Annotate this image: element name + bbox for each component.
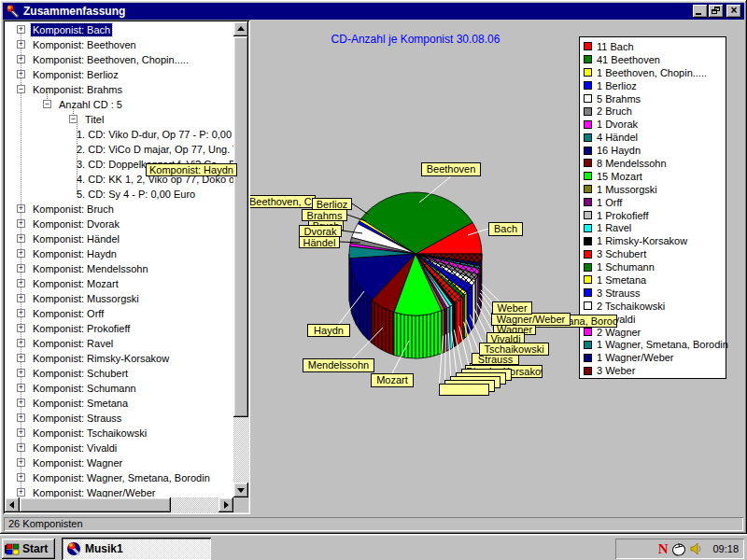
n-icon[interactable]: N xyxy=(658,541,669,557)
tree-item-label[interactable]: Komponist: Strauss xyxy=(31,412,123,425)
tree-item-label[interactable]: Komponist: Schubert xyxy=(31,367,130,380)
collapse-icon[interactable]: − xyxy=(17,85,25,93)
pie-callout-label-stacked[interactable] xyxy=(439,384,489,396)
scroll-down-button[interactable] xyxy=(233,483,248,497)
expand-icon[interactable]: + xyxy=(17,488,25,497)
tree-item-label[interactable]: Komponist: Berlioz xyxy=(31,68,120,81)
expand-icon[interactable]: + xyxy=(17,413,25,422)
tree-item[interactable]: +Komponist: Händel xyxy=(5,232,233,245)
tree-item[interactable]: +Komponist: Prokofieff xyxy=(5,322,233,335)
expand-icon[interactable]: + xyxy=(17,249,25,258)
tree-item[interactable]: +Komponist: Bach xyxy=(5,23,233,36)
tree-item[interactable]: +Komponist: Mussorgski xyxy=(5,292,233,305)
tree-item-label[interactable]: Titel xyxy=(83,113,106,126)
tree-item-label[interactable]: Komponist: Brahms xyxy=(31,83,124,96)
scrollbar-thumb[interactable] xyxy=(20,497,171,512)
pie-callout-label[interactable]: Beethoven, Chopin xyxy=(250,195,316,208)
tree-item[interactable]: +Komponist: Beethoven, Chopin..... xyxy=(5,53,233,66)
pie-callout-label[interactable]: Weber xyxy=(492,301,532,315)
start-button[interactable]: Start xyxy=(2,539,55,559)
close-button[interactable]: × xyxy=(726,5,741,18)
expand-icon[interactable]: + xyxy=(17,219,25,228)
collapse-icon[interactable]: − xyxy=(69,115,78,123)
tree-item[interactable]: 5. CD: Sy 4 - P: 0,00 Euro xyxy=(5,188,233,201)
tree-item[interactable]: +Komponist: Schubert xyxy=(5,367,233,380)
expand-icon[interactable]: + xyxy=(17,294,25,302)
tree-item[interactable]: +Komponist: Berlioz xyxy=(5,68,233,81)
taskbar-app-button[interactable]: Musik1 xyxy=(62,538,211,560)
tree-item-label[interactable]: Anzahl CD : 5 xyxy=(57,98,124,111)
tree-item-label[interactable]: Komponist: Beethoven, Chopin..... xyxy=(31,53,190,66)
expand-icon[interactable]: + xyxy=(17,70,25,78)
tree-item-label[interactable]: 1. CD: Viko D-dur, Op 77 - P: 0,00 E xyxy=(75,128,244,141)
scroll-up-button[interactable] xyxy=(233,21,248,36)
tree-item[interactable]: +Komponist: Vivaldi xyxy=(5,441,233,455)
tree-item-label[interactable]: Komponist: Prokofieff xyxy=(31,322,132,335)
pie-callout-label[interactable]: Mozart xyxy=(371,373,414,387)
tree-item-label[interactable]: Komponist: Rimsky-Korsakow xyxy=(31,352,171,365)
expand-icon[interactable]: + xyxy=(17,25,25,34)
expand-icon[interactable]: + xyxy=(17,40,25,49)
tree-item[interactable]: +Komponist: Mozart xyxy=(5,277,233,290)
pie-callout-label[interactable]: Brahms xyxy=(302,209,347,221)
tree-item-label[interactable]: Komponist: Wagner, Smetana, Borodin xyxy=(31,471,212,484)
tree-item[interactable]: +Komponist: Schumann xyxy=(5,382,233,395)
expand-icon[interactable]: + xyxy=(17,55,25,63)
expand-icon[interactable]: + xyxy=(17,458,25,467)
expand-icon[interactable]: + xyxy=(17,339,25,347)
tree-item-label[interactable]: 5. CD: Sy 4 - P: 0,00 Euro xyxy=(75,188,197,201)
expand-icon[interactable]: + xyxy=(17,443,25,452)
tree-item-label[interactable]: Komponist: Schumann xyxy=(31,382,138,395)
scroll-right-button[interactable] xyxy=(218,497,233,512)
expand-icon[interactable]: + xyxy=(17,384,25,392)
pie-callout-label[interactable]: Bach xyxy=(488,222,523,236)
tree-item[interactable]: +Komponist: Ravel xyxy=(5,337,233,350)
expand-icon[interactable]: + xyxy=(17,399,25,407)
speaker-icon[interactable] xyxy=(690,542,703,555)
expand-icon[interactable]: + xyxy=(17,204,25,213)
tree-item[interactable]: +Komponist: Orff xyxy=(5,307,233,320)
expand-icon[interactable]: + xyxy=(17,234,25,243)
scroll-left-button[interactable] xyxy=(5,497,20,512)
vertical-scrollbar[interactable] xyxy=(233,21,248,497)
tree-item-label[interactable]: Komponist: Bruch xyxy=(31,203,116,216)
tree-item-label[interactable]: Komponist: Dvorak xyxy=(31,217,121,231)
expand-icon[interactable]: + xyxy=(17,264,25,273)
expand-icon[interactable]: + xyxy=(17,279,25,287)
pie-callout-label[interactable]: Mendelssohn xyxy=(303,358,374,372)
tree-item[interactable]: +Komponist: Mendelssohn xyxy=(5,262,233,275)
tree-item[interactable]: +Komponist: Beethoven xyxy=(5,38,233,51)
tree-item-label[interactable]: Komponist: Bach xyxy=(31,23,112,36)
tree-item-label[interactable]: Komponist: Händel xyxy=(31,232,121,245)
tree-item[interactable]: 1. CD: Viko D-dur, Op 77 - P: 0,00 E xyxy=(5,128,233,141)
scrollbar-thumb[interactable] xyxy=(233,36,248,417)
tree-item[interactable]: +Komponist: Rimsky-Korsakow xyxy=(5,352,233,365)
pie-callout-label[interactable]: Haydn xyxy=(307,324,350,337)
tree-item-label[interactable]: Komponist: Mozart xyxy=(31,277,120,290)
tree-item[interactable]: −Komponist: Brahms xyxy=(5,83,233,96)
tree-item-label[interactable]: Komponist: Mussorgski xyxy=(31,292,141,305)
tree-item[interactable]: +Komponist: Wagner xyxy=(5,456,233,469)
tree-item-label[interactable]: Komponist: Tschaikowski xyxy=(31,427,148,440)
tree-item-label[interactable]: Komponist: Orff xyxy=(31,307,106,320)
tree-item-label[interactable]: Komponist: Mendelssohn xyxy=(31,262,150,275)
expand-icon[interactable]: + xyxy=(17,354,25,362)
pie-callout-label[interactable]: Händel xyxy=(299,236,340,248)
tree-item-label[interactable]: Komponist: Beethoven xyxy=(31,38,138,51)
tree-item-label[interactable]: Komponist: Smetana xyxy=(31,397,130,410)
tree-item[interactable]: +Komponist: Wagner, Smetana, Borodin xyxy=(5,471,233,484)
restore-button[interactable] xyxy=(709,5,724,18)
tree-item[interactable]: +Komponist: Smetana xyxy=(5,397,233,410)
horizontal-scrollbar[interactable] xyxy=(5,497,233,512)
tree-item[interactable]: +Komponist: Bruch xyxy=(5,203,233,216)
collapse-icon[interactable]: − xyxy=(43,100,51,108)
tree-item[interactable]: −Anzahl CD : 5 xyxy=(5,98,233,111)
tree-item[interactable]: +Komponist: Dvorak xyxy=(5,217,233,231)
tree-item-label[interactable]: Komponist: Haydn xyxy=(31,247,119,260)
tree-item-label[interactable]: 2. CD: ViCo D majar, Op 77, Ung. Tä xyxy=(75,143,247,156)
tree-item[interactable]: 2. CD: ViCo D majar, Op 77, Ung. Tä xyxy=(5,143,233,156)
pie-callout-label[interactable]: Beethoven xyxy=(421,162,481,176)
expand-icon[interactable]: + xyxy=(17,309,25,317)
expand-icon[interactable]: + xyxy=(17,324,25,332)
tree-item-label[interactable]: Komponist: Wagner xyxy=(31,456,124,469)
